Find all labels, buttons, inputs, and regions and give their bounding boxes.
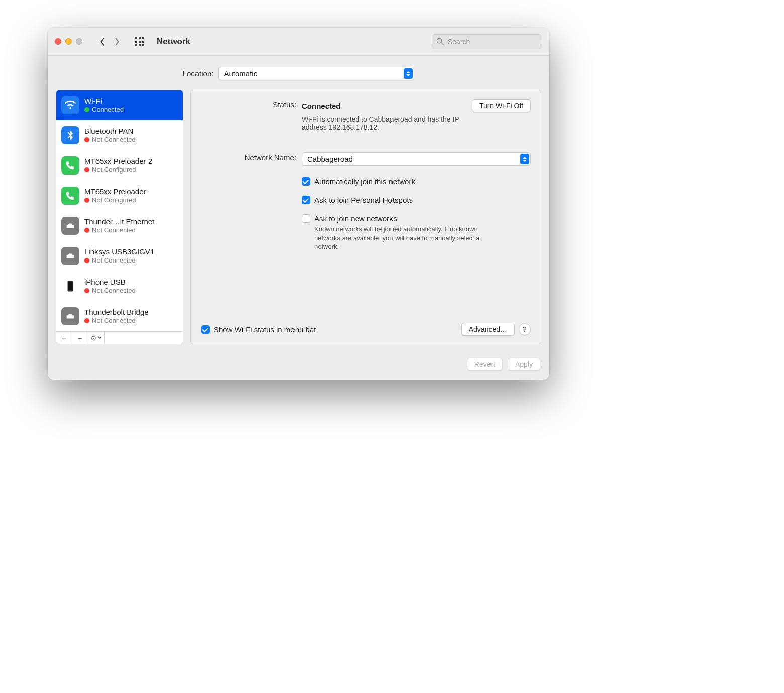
interface-status: Not Configured [84, 166, 152, 174]
show-menubar-checkbox-row[interactable]: Show Wi-Fi status in menu bar [201, 325, 316, 334]
status-dot-icon [84, 137, 89, 142]
search-input[interactable] [447, 37, 538, 46]
svg-rect-4 [139, 41, 141, 43]
interface-name: Thunder…lt Ethernet [84, 217, 154, 226]
back-button[interactable] [96, 35, 108, 49]
interface-name: iPhone USB [84, 278, 136, 286]
interfaces-sidebar: Wi-FiConnectedBluetooth PANNot Connected… [56, 90, 183, 344]
ask-new-checkbox-row[interactable]: Ask to join new networks Known networks … [302, 214, 531, 251]
interface-name: Bluetooth PAN [84, 127, 136, 135]
svg-rect-8 [142, 44, 144, 46]
popup-stepper-icon [404, 68, 413, 79]
status-dot-icon [84, 318, 89, 323]
svg-rect-12 [68, 282, 73, 290]
gear-dropdown-icon: ⊙ [91, 334, 96, 342]
sidebar-item-wi-fi[interactable]: Wi-FiConnected [56, 90, 183, 120]
sidebar-item-thunder-lt-ethernet[interactable]: Thunder…lt EthernetNot Connected [56, 211, 183, 241]
svg-point-13 [70, 290, 71, 291]
revert-button: Revert [467, 358, 503, 371]
ethernet-icon [61, 247, 79, 265]
titlebar: Network [48, 28, 549, 56]
interface-name: MT65xx Preloader [84, 187, 146, 196]
ask-new-checkbox[interactable] [302, 214, 310, 223]
minimize-window-button[interactable] [65, 38, 72, 45]
sidebar-item-bluetooth-pan[interactable]: Bluetooth PANNot Connected [56, 120, 183, 150]
ask-hotspot-checkbox[interactable] [302, 196, 310, 204]
network-name-row: Network Name: Cabbageroad Automatically … [201, 152, 531, 251]
ask-new-label: Ask to join new networks [314, 214, 490, 223]
search-icon [436, 38, 444, 45]
chevron-right-icon [115, 37, 120, 46]
grid-icon [135, 37, 144, 46]
interface-status: Not Connected [84, 256, 154, 264]
status-dot-icon [84, 198, 89, 203]
sidebar-item-thunderbolt-bridge[interactable]: Thunderbolt BridgeNot Connected [56, 301, 183, 331]
sidebar-item-iphone-usb[interactable]: iPhone USBNot Connected [56, 271, 183, 301]
turn-wifi-off-button[interactable]: Turn Wi-Fi Off [472, 99, 531, 112]
network-name-popup[interactable]: Cabbageroad [302, 152, 531, 166]
status-dot-icon [84, 167, 89, 172]
bluetooth-icon [61, 126, 79, 144]
ask-hotspot-checkbox-row[interactable]: Ask to join Personal Hotspots [302, 196, 531, 204]
close-window-button[interactable] [55, 38, 61, 45]
interface-name: MT65xx Preloader 2 [84, 157, 152, 165]
main-content: Wi-FiConnectedBluetooth PANNot Connected… [48, 90, 549, 353]
location-label: Location: [183, 69, 214, 78]
status-row: Status: Connected Turn Wi-Fi Off Wi-Fi i… [201, 99, 531, 131]
sidebar-item-mt65xx-preloader-2[interactable]: MT65xx Preloader 2Not Configured [56, 150, 183, 181]
show-menubar-checkbox[interactable] [201, 325, 210, 334]
interface-status: Not Connected [84, 226, 154, 234]
svg-rect-1 [139, 37, 141, 39]
status-value: Connected [302, 102, 341, 110]
ethernet-icon [61, 307, 79, 325]
sidebar-item-mt65xx-preloader[interactable]: MT65xx PreloaderNot Configured [56, 181, 183, 211]
apply-button: Apply [508, 358, 540, 371]
chevron-left-icon [100, 37, 105, 46]
help-button[interactable]: ? [519, 323, 531, 335]
status-label: Status: [201, 99, 302, 109]
network-preferences-window: Network Location: Automatic Wi-FiConnect… [48, 28, 549, 380]
panel-footer: Show Wi-Fi status in menu bar Advanced… … [201, 323, 531, 336]
detail-panel: Status: Connected Turn Wi-Fi Off Wi-Fi i… [190, 90, 541, 344]
svg-rect-5 [142, 41, 144, 43]
svg-rect-0 [135, 37, 137, 39]
interface-status: Not Connected [84, 136, 136, 143]
phone-icon [61, 187, 79, 205]
advanced-button[interactable]: Advanced… [461, 323, 515, 336]
location-popup[interactable]: Automatic [218, 67, 414, 80]
interface-actions-button[interactable]: ⊙ [88, 332, 105, 344]
auto-join-label: Automatically join this network [314, 177, 415, 186]
add-interface-button[interactable]: ＋ [56, 332, 72, 344]
sidebar-footer-spacer [105, 332, 183, 344]
show-menubar-label: Show Wi-Fi status in menu bar [214, 325, 316, 334]
interface-name: Linksys USB3GIGV1 [84, 247, 154, 256]
location-value: Automatic [224, 69, 257, 78]
ask-hotspot-label: Ask to join Personal Hotspots [314, 196, 413, 204]
svg-line-10 [441, 43, 443, 45]
window-controls [55, 38, 82, 45]
interfaces-list[interactable]: Wi-FiConnectedBluetooth PANNot Connected… [56, 90, 183, 331]
popup-stepper-icon [520, 154, 529, 164]
network-name-label: Network Name: [201, 152, 302, 162]
zoom-window-button[interactable] [76, 38, 82, 45]
remove-interface-button[interactable]: − [72, 332, 88, 344]
show-all-button[interactable] [133, 35, 147, 49]
interface-status: Not Configured [84, 196, 146, 204]
network-name-value: Cabbageroad [307, 155, 353, 163]
status-dot-icon [84, 228, 89, 233]
chevron-down-icon [97, 336, 102, 339]
iphone-icon [61, 277, 79, 295]
search-field[interactable] [432, 34, 542, 49]
interface-name: Wi-Fi [84, 97, 124, 105]
auto-join-checkbox[interactable] [302, 177, 310, 186]
auto-join-checkbox-row[interactable]: Automatically join this network [302, 177, 531, 186]
status-description: Wi-Fi is connected to Cabbageroad and ha… [302, 115, 482, 131]
interface-status: Not Connected [84, 287, 136, 294]
svg-rect-2 [142, 37, 144, 39]
sidebar-item-linksys-usb3gigv1[interactable]: Linksys USB3GIGV1Not Connected [56, 241, 183, 271]
location-row: Location: Automatic [48, 56, 549, 90]
svg-rect-3 [135, 41, 137, 43]
ethernet-icon [61, 217, 79, 235]
svg-rect-6 [135, 44, 137, 46]
wifi-icon [61, 96, 79, 114]
